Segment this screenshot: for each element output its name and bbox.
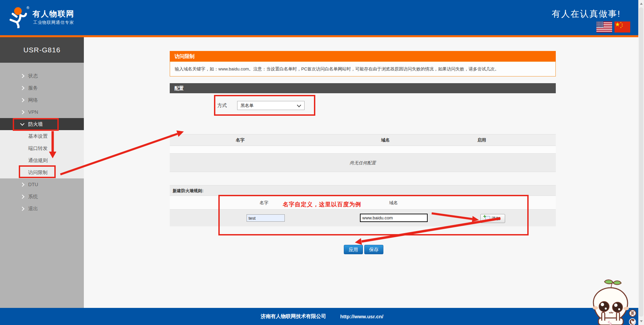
- config-section-title: 配置: [170, 83, 556, 93]
- rule-domain-input[interactable]: [360, 214, 428, 222]
- mascot-icon: [586, 279, 635, 325]
- sidebar-item-label: VPN: [28, 109, 38, 115]
- scroll-down-icon[interactable]: [640, 320, 643, 322]
- new-rule-section-title: 新建防火墙规则:: [170, 185, 556, 196]
- submenu-item-label: 基本设置: [28, 133, 48, 139]
- sidebar-item-dtu[interactable]: DTU: [0, 178, 84, 191]
- apply-button[interactable]: 应用: [344, 245, 363, 254]
- sidebar-item-network[interactable]: 网络: [0, 94, 84, 106]
- brand-title: 有人物联网: [33, 9, 74, 19]
- mode-select-value: 黑名单: [240, 103, 254, 108]
- rules-col-enable: 启用: [477, 137, 486, 143]
- sidebar-item-label: 服务: [28, 85, 38, 91]
- mode-label: 方式: [217, 103, 227, 109]
- rule-name-input[interactable]: [247, 214, 285, 222]
- device-title: USR-G816: [0, 37, 84, 63]
- submenu-item-label: 通信规则: [28, 158, 48, 163]
- submenu-item-basic-settings[interactable]: 基本设置: [0, 130, 84, 142]
- language-badge[interactable]: 英: [629, 310, 636, 317]
- notice-box: 输入域名关键字，如：www.baidu.com。注意：当设置白名单时，PC首次访…: [170, 61, 556, 76]
- chevron-right-icon: [20, 110, 24, 114]
- add-page-icon: [485, 216, 490, 221]
- mascot-badge-icon[interactable]: [629, 318, 636, 325]
- add-rule-button[interactable]: 添加: [480, 214, 505, 223]
- footer-url-link[interactable]: http://www.usr.cn/: [340, 314, 383, 319]
- sidebar-item-label: DTU: [28, 182, 38, 187]
- submenu-item-port-forwarding[interactable]: 端口转发: [0, 142, 84, 154]
- top-header: ® 有人物联网 工业物联网通信专家 有人在认真做事!: [0, 0, 644, 35]
- new-rule-name-header: 名字: [260, 200, 268, 206]
- chevron-down-icon: [20, 121, 24, 126]
- scrollbar-thumb[interactable]: [639, 7, 643, 317]
- select-chevron-down-icon: [297, 103, 301, 107]
- sidebar-item-services[interactable]: 服务: [0, 82, 84, 94]
- save-button[interactable]: 保存: [364, 245, 383, 254]
- us-flag-canton: [596, 21, 603, 28]
- new-rule-domain-header: 域名: [389, 200, 398, 206]
- rules-col-domain: 域名: [381, 137, 390, 143]
- rules-table-header: [170, 134, 556, 146]
- sidebar-item-label: 网络: [28, 97, 38, 103]
- chevron-right-icon: [20, 195, 24, 199]
- sidebar-item-status[interactable]: 状态: [0, 70, 84, 82]
- add-button-label: 添加: [492, 216, 500, 222]
- header-accent-stripe: [0, 35, 644, 37]
- us-flag-icon[interactable]: [596, 21, 612, 33]
- cn-flag-icon[interactable]: [614, 21, 630, 33]
- rules-table-spacer-row: [170, 146, 556, 154]
- sidebar-item-label: 状态: [28, 73, 38, 78]
- footer-company: 济南有人物联网技术有限公司: [261, 313, 326, 320]
- chevron-right-icon: [20, 74, 24, 78]
- scroll-up-icon[interactable]: [640, 3, 643, 5]
- page: ® 有人物联网 工业物联网通信专家 有人在认真做事! USR-G816 状态: [0, 0, 644, 325]
- chevron-right-icon: [20, 207, 24, 211]
- annotation-tip-text: 名字自定义，这里以百度为例: [283, 201, 361, 208]
- vertical-scrollbar[interactable]: [638, 0, 644, 325]
- registered-mark: ®: [26, 6, 29, 10]
- sidebar-item-label: 防火墙: [28, 121, 43, 127]
- sidebar-item-firewall[interactable]: 防火墙: [0, 118, 84, 130]
- sidebar-item-label: 退出: [28, 206, 38, 211]
- sidebar-item-label: 系统: [28, 194, 38, 199]
- chevron-right-icon: [20, 182, 24, 187]
- annotation-arrowhead-apply: [355, 238, 362, 245]
- sidebar-item-logout[interactable]: 退出: [0, 203, 84, 215]
- sidebar-item-system[interactable]: 系统: [0, 191, 84, 203]
- mode-select[interactable]: 黑名单: [237, 101, 305, 110]
- chevron-right-icon: [20, 98, 24, 102]
- page-title: 访问限制: [170, 51, 556, 61]
- sidebar-item-vpn[interactable]: VPN: [0, 106, 84, 118]
- new-rule-header-row: [170, 196, 556, 210]
- footer: 济南有人物联网技术有限公司 http://www.usr.cn/: [0, 308, 644, 325]
- chevron-right-icon: [20, 86, 24, 90]
- submenu-item-access-restriction[interactable]: 访问限制: [0, 166, 84, 178]
- submenu-item-label: 端口转发: [28, 146, 48, 151]
- cn-flag-stars: [614, 21, 630, 33]
- rules-empty-state: 尚无任何配置: [170, 154, 556, 172]
- brand-tagline: 工业物联网通信专家: [33, 20, 74, 25]
- submenu-item-traffic-rules[interactable]: 通信规则: [0, 154, 84, 166]
- submenu-item-label: 访问限制: [28, 170, 48, 175]
- rules-col-name: 名字: [236, 137, 245, 143]
- header-slogan: 有人在认真做事!: [552, 8, 621, 20]
